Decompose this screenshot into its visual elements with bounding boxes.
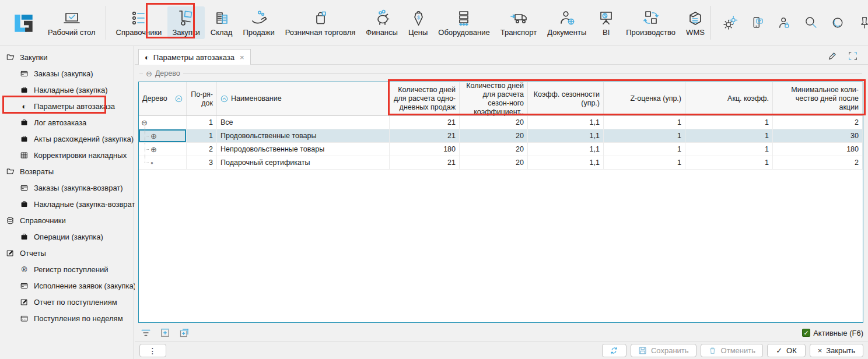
- refresh-button[interactable]: [602, 344, 626, 357]
- min-days-cell[interactable]: 2: [773, 116, 863, 129]
- tree-cell[interactable]: ⊕: [139, 129, 187, 142]
- sidebar-item-reports-folder[interactable]: Отчеты: [0, 245, 134, 261]
- sidebar-item-orders-return[interactable]: Заказы (закупка-возврат): [0, 180, 134, 196]
- column-header-name[interactable]: Наименование: [217, 82, 390, 115]
- toolbar-item-wms[interactable]: WMS: [681, 6, 709, 39]
- toolbar-item-documents[interactable]: Документы: [542, 6, 591, 39]
- toolbar-item-sales[interactable]: Продажи: [238, 6, 279, 39]
- days-oneday-cell[interactable]: 21: [390, 116, 460, 129]
- min-days-cell[interactable]: 2: [773, 156, 863, 169]
- order-cell[interactable]: 1: [187, 116, 217, 129]
- table-row[interactable]: ● 3 Подарочный сертификаты 21 20 1,1 1 1…: [139, 156, 863, 170]
- column-header-order[interactable]: По-ря-док: [187, 82, 217, 115]
- sidebar-item-purchases-folder[interactable]: Закупки: [0, 49, 134, 65]
- sort-asc-icon[interactable]: [220, 95, 228, 103]
- order-cell[interactable]: 3: [187, 156, 217, 169]
- sidebar-item-autoorder-params[interactable]: ◐ Параметры автозаказа: [0, 98, 134, 114]
- toolbar-item-prices[interactable]: $ Цены: [404, 6, 432, 39]
- sidebar-item-invoice-corrections[interactable]: Корректировки накладных: [0, 147, 134, 163]
- promo-coef-cell[interactable]: 1: [685, 129, 773, 142]
- sidebar-item-invoices-purchase[interactable]: Накладные (закупка): [0, 82, 134, 98]
- days-season-cell[interactable]: 20: [460, 129, 528, 142]
- season-coef-cell[interactable]: 1,1: [528, 156, 604, 169]
- season-coef-cell[interactable]: 1,1: [528, 143, 604, 156]
- tab-autoorder-params[interactable]: ◐ Параметры автозаказа ×: [138, 49, 251, 65]
- toolbar-item-bi[interactable]: BI: [592, 6, 620, 39]
- name-cell[interactable]: Непродовольственные товары: [217, 143, 390, 156]
- toolbar-item-finance[interactable]: Финансы: [361, 6, 402, 39]
- days-oneday-cell[interactable]: 180: [390, 143, 460, 156]
- sidebar-item-operations-purchase[interactable]: Операции (закупка): [0, 228, 134, 245]
- fullscreen-icon[interactable]: [847, 50, 859, 62]
- column-header-tree[interactable]: Дерево: [139, 82, 187, 115]
- sidebar-item-receipts-report[interactable]: Отчет по поступлениям: [0, 294, 134, 310]
- season-coef-cell[interactable]: 1,1: [528, 129, 604, 142]
- column-header-season-coef[interactable]: Коэфф. сезонности (упр.): [528, 82, 604, 115]
- name-cell[interactable]: Все: [217, 116, 390, 129]
- days-season-cell[interactable]: 20: [460, 156, 528, 169]
- days-season-cell[interactable]: 20: [460, 143, 528, 156]
- sidebar-item-receipts-by-week[interactable]: Поступления по неделям: [0, 310, 134, 326]
- sidebar-item-autoorder-log[interactable]: Лог автозаказа: [0, 114, 134, 131]
- settings-icon[interactable]: [723, 15, 738, 30]
- order-cell[interactable]: 1: [187, 129, 217, 142]
- tree-cell[interactable]: ⊕: [139, 143, 187, 156]
- toolbar-item-desktop[interactable]: Рабочий стол: [43, 6, 100, 39]
- sidebar-item-receipts-register[interactable]: ® Регистр поступлений: [0, 261, 134, 277]
- user-lock-icon[interactable]: [776, 15, 792, 30]
- min-days-cell[interactable]: 30: [773, 129, 863, 142]
- days-season-cell[interactable]: 20: [460, 116, 528, 129]
- order-cell[interactable]: 2: [187, 143, 217, 156]
- table-row-selected[interactable]: ⊕ 1 Продовольственные товары 21 20 1,1 1…: [139, 129, 863, 143]
- tree-expand-icon[interactable]: ⊕: [150, 146, 157, 153]
- promo-coef-cell[interactable]: 1: [685, 143, 773, 156]
- toolbar-item-production[interactable]: Производство: [621, 6, 680, 39]
- tree-cell[interactable]: ●: [139, 156, 187, 169]
- expand-all-icon[interactable]: [179, 328, 190, 338]
- toolbar-item-references[interactable]: Справочники: [111, 6, 167, 39]
- cancel-button[interactable]: Отменить: [701, 344, 763, 357]
- season-coef-cell[interactable]: 1,1: [528, 116, 604, 129]
- z-score-cell[interactable]: 1: [604, 143, 685, 156]
- z-score-cell[interactable]: 1: [604, 116, 685, 129]
- support-chat-icon[interactable]: [750, 15, 765, 30]
- toolbar-item-retail[interactable]: Розничная торговля: [281, 6, 360, 39]
- z-score-cell[interactable]: 1: [604, 129, 685, 142]
- name-cell[interactable]: Продовольственные товары: [217, 129, 390, 142]
- table-row[interactable]: ⊖ 1 Все 21 20 1,1 1 1 2: [139, 116, 863, 129]
- name-cell[interactable]: Подарочный сертификаты: [217, 156, 390, 169]
- pin-icon[interactable]: [857, 15, 868, 30]
- sort-asc-icon[interactable]: [175, 95, 183, 103]
- toolbar-item-equipment[interactable]: Оборудование: [433, 6, 494, 39]
- column-header-days-oneday-sales[interactable]: Количество дней для расчета одно-дневных…: [390, 82, 460, 115]
- save-button[interactable]: Сохранить: [631, 344, 696, 357]
- min-days-cell[interactable]: 180: [773, 143, 863, 156]
- sidebar-item-discrepancy-acts[interactable]: Акты расхождений (закупка): [0, 131, 134, 147]
- toolbar-item-transport[interactable]: Транспорт: [496, 6, 542, 39]
- promo-coef-cell[interactable]: 1: [685, 156, 773, 169]
- close-button[interactable]: × Закрыть: [810, 344, 863, 357]
- more-options-button[interactable]: ⋮: [139, 344, 166, 357]
- toolbar-item-warehouse[interactable]: Склад: [206, 6, 237, 39]
- column-header-promo-coef[interactable]: Акц. коэфф.: [685, 82, 773, 115]
- tree-cell[interactable]: ⊖: [139, 116, 187, 129]
- column-header-z-score[interactable]: Z-оценка (упр.): [604, 82, 685, 115]
- edit-pencil-icon[interactable]: [827, 50, 838, 62]
- sidebar-item-invoices-return[interactable]: Накладные (закупка-возврат): [0, 196, 134, 212]
- days-oneday-cell[interactable]: 21: [390, 129, 460, 142]
- toolbar-item-purchases[interactable]: Закупки: [167, 6, 204, 39]
- collapse-icon[interactable]: ⊖: [146, 70, 152, 78]
- ok-button[interactable]: ✓ ОК: [767, 344, 806, 357]
- filter-icon[interactable]: [141, 328, 151, 338]
- active-checkbox[interactable]: ✓: [802, 329, 810, 337]
- tree-collapse-icon[interactable]: ⊖: [141, 119, 148, 126]
- tree-expand-icon[interactable]: ⊕: [150, 132, 157, 140]
- expand-node-icon[interactable]: [160, 328, 170, 338]
- search-icon[interactable]: [803, 15, 818, 30]
- clock-icon[interactable]: [830, 15, 845, 30]
- sidebar-item-references-folder[interactable]: Справочники: [0, 212, 134, 228]
- tab-close-icon[interactable]: ×: [240, 53, 244, 62]
- table-row[interactable]: ⊕ 2 Непродовольственные товары 180 20 1,…: [139, 143, 863, 156]
- promo-coef-cell[interactable]: 1: [685, 116, 773, 129]
- days-oneday-cell[interactable]: 21: [390, 156, 460, 169]
